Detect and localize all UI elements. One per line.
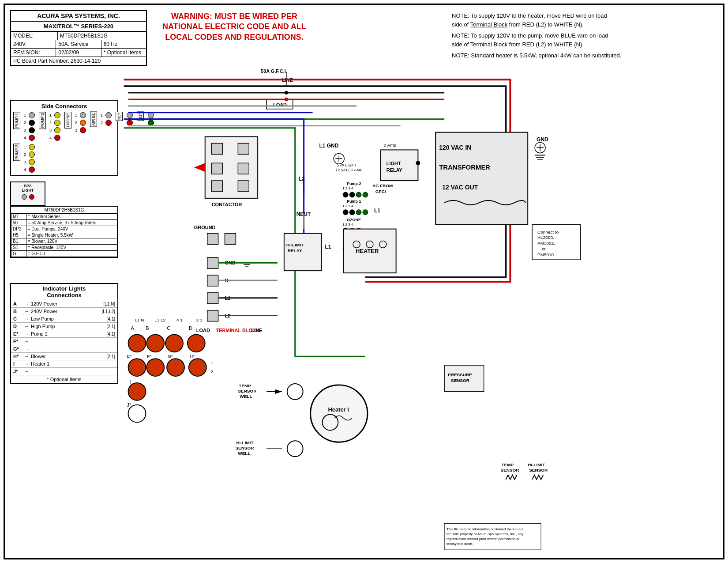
decode-row: B1 = Blower, 120V (11, 238, 117, 245)
svg-rect-24 (207, 310, 218, 321)
side-connectors-title: Side Connectors (13, 103, 115, 110)
decode-desc: = Maxitrol Series (26, 214, 117, 220)
terminal-block-link2: Terminal Block (470, 41, 508, 48)
decode-desc: = G.F.C.I. (26, 251, 117, 257)
svg-text:4  1: 4 1 (176, 317, 183, 322)
svg-text:J*: J* (127, 402, 131, 408)
indicator-row-b: B → 240V Power [L1,L2] (11, 308, 117, 315)
svg-text:WELL: WELL (238, 451, 250, 456)
svg-point-140 (285, 91, 288, 94)
revision-label: REVISION: (11, 49, 56, 57)
spa-connector-label: SPALIGHT (12, 184, 43, 193)
svg-text:PM3002,: PM3002, (537, 241, 555, 246)
svg-text:L1: L1 (225, 295, 231, 301)
svg-point-103 (165, 334, 183, 352)
svg-text:LINE: LINE (251, 328, 262, 333)
svg-text:N: N (225, 278, 229, 283)
svg-rect-13 (207, 234, 218, 245)
svg-rect-10 (212, 181, 223, 192)
note2: NOTE: To supply 120V to the pump, move B… (452, 31, 717, 49)
decode-desc: = Single Heater, 5.5kW (26, 232, 117, 238)
svg-rect-20 (207, 275, 218, 286)
svg-point-54 (343, 210, 348, 215)
svg-point-66 (343, 246, 348, 251)
svg-text:GFCI: GFCI (375, 189, 386, 194)
indicator-lights-box: Indicator Lights Connections A → 120V Po… (10, 283, 118, 384)
svg-text:TRANSFORMER: TRANSFORMER (439, 163, 490, 171)
svg-text:SENSOR: SENSOR (451, 378, 469, 383)
svg-text:HI-LIMIT: HI-LIMIT (528, 462, 545, 467)
notes-box: NOTE: To supply 120V to the heater, move… (452, 11, 717, 63)
svg-rect-68 (284, 234, 322, 271)
decode-desc: = 50 Amp Service; 37.5 Amp Rated (26, 220, 117, 226)
svg-text:TEMP: TEMP (239, 383, 251, 388)
side-connectors-box: Side Connectors PUMP 1 1 2 3 4 PUMP 2 1 … (10, 100, 118, 176)
svg-text:HEATER: HEATER (356, 248, 379, 254)
svg-text:2 Amp: 2 Amp (384, 143, 397, 147)
svg-rect-77 (435, 132, 528, 225)
svg-point-55 (349, 210, 355, 215)
svg-text:I: I (130, 379, 131, 385)
note1: NOTE: To supply 120V to the heater, move… (452, 11, 717, 29)
indicator-row-i: I → Heater 1 (11, 360, 117, 368)
decode-row: MT = Maxitrol Series (11, 214, 117, 220)
svg-text:SENSOR: SENSOR (238, 389, 256, 393)
svg-text:L1: L1 (374, 208, 380, 214)
svg-rect-133 (444, 365, 484, 392)
svg-rect-147 (444, 523, 541, 550)
decode-table: MT = Maxitrol Series 50 = 50 Amp Service… (11, 213, 117, 257)
svg-text:TERMINAL BLOCK: TERMINAL BLOCK (216, 328, 259, 333)
svg-point-49 (349, 192, 355, 197)
svg-text:PRESSURE: PRESSURE (448, 372, 472, 377)
svg-text:LOAD: LOAD (273, 102, 287, 107)
svg-text:strictly forbidden.: strictly forbidden. (447, 542, 473, 546)
svg-point-67 (349, 246, 355, 251)
decode-row: S1 = Receptacle, 120V (11, 245, 117, 251)
svg-rect-6 (212, 143, 223, 154)
svg-text:GND: GND (537, 136, 548, 143)
indicator-row-j: J* → (11, 368, 117, 375)
warning-box: WARNING: MUST BE WIRED PER NATIONAL ELEC… (155, 11, 314, 42)
main-diagram: ACURA SPA SYSTEMS, INC. MAXITROL™ SERIES… (4, 4, 724, 559)
service: 50A. Service (56, 40, 101, 48)
gfci-label: 50A G.F.C.I. (261, 68, 287, 74)
svg-point-109 (146, 359, 164, 376)
svg-text:E*: E* (127, 354, 132, 359)
svg-point-62 (349, 228, 355, 234)
svg-text:SENSOR: SENSOR (501, 468, 519, 472)
svg-text:NEUT: NEUT (296, 211, 311, 217)
optional-items: * Optional Items (101, 49, 146, 57)
svg-point-48 (343, 192, 348, 197)
svg-rect-15 (207, 257, 218, 268)
svg-text:RELAY: RELAY (387, 167, 403, 173)
svg-point-117 (128, 383, 146, 401)
svg-rect-14 (225, 234, 236, 245)
svg-text:12 VAC OUT: 12 VAC OUT (442, 184, 478, 191)
svg-point-56 (356, 210, 361, 215)
revision-date: 02/02/09 (56, 49, 101, 57)
indicator-row-d: D → High Pump [2,1] (11, 323, 117, 330)
svg-text:1  2  3  4: 1 2 3 4 (342, 204, 353, 208)
terminal-block-link1: Terminal Block (470, 21, 508, 28)
svg-text:L1 N: L1 N (135, 317, 144, 322)
svg-text:1  2  3  4: 1 2 3 4 (342, 240, 353, 244)
warning-text: WARNING: MUST BE WIRED PER NATIONAL ELEC… (155, 11, 314, 42)
svg-text:CONTACTOR: CONTACTOR (212, 202, 242, 207)
decode-row: H5 = Single Heater, 5.5kW (11, 232, 117, 238)
indicator-row-h: H* → Blower [2,1] (11, 353, 117, 360)
note3: NOTE: Standard heater is 5.5kW, optional… (452, 51, 717, 60)
indicator-row-e: E* → Pump 2 [4,1] (11, 330, 117, 338)
svg-point-113 (189, 359, 206, 376)
decode-code: G (11, 251, 26, 257)
indicator-row-f: F* → (11, 338, 117, 345)
svg-text:L1 L2: L1 L2 (154, 317, 165, 322)
svg-text:Connect to: Connect to (537, 230, 559, 234)
svg-text:L2: L2 (225, 313, 231, 318)
decode-code: H5 (11, 232, 26, 238)
svg-text:C: C (167, 325, 170, 331)
svg-text:Heater I: Heater I (328, 406, 349, 413)
svg-point-111 (167, 359, 184, 376)
svg-point-130 (311, 385, 368, 442)
hz: 60 Hz (101, 40, 146, 48)
company-info-box: ACURA SPA SYSTEMS, INC. MAXITROL™ SERIES… (10, 10, 147, 66)
